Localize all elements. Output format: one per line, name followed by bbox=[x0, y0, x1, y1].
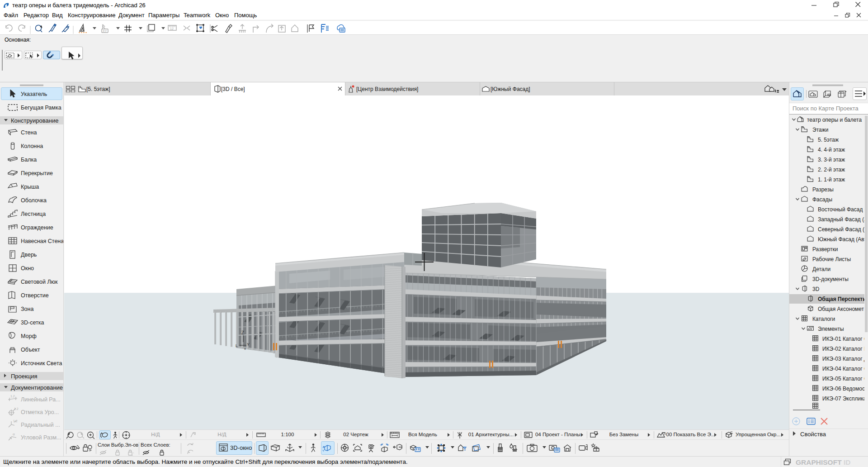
svg-text:12: 12 bbox=[170, 27, 174, 30]
svg-text:1.2: 1.2 bbox=[10, 395, 15, 398]
svg-text:Y: Y bbox=[247, 342, 250, 347]
svg-text:1.2: 1.2 bbox=[14, 407, 19, 410]
svg-text:Z: Z bbox=[241, 330, 244, 335]
svg-text:L: L bbox=[236, 343, 238, 348]
svg-text:α: α bbox=[13, 432, 15, 436]
svg-text:x: x bbox=[244, 347, 246, 351]
svg-text:XY: XY bbox=[103, 29, 107, 33]
svg-text:1.2: 1.2 bbox=[13, 419, 18, 423]
